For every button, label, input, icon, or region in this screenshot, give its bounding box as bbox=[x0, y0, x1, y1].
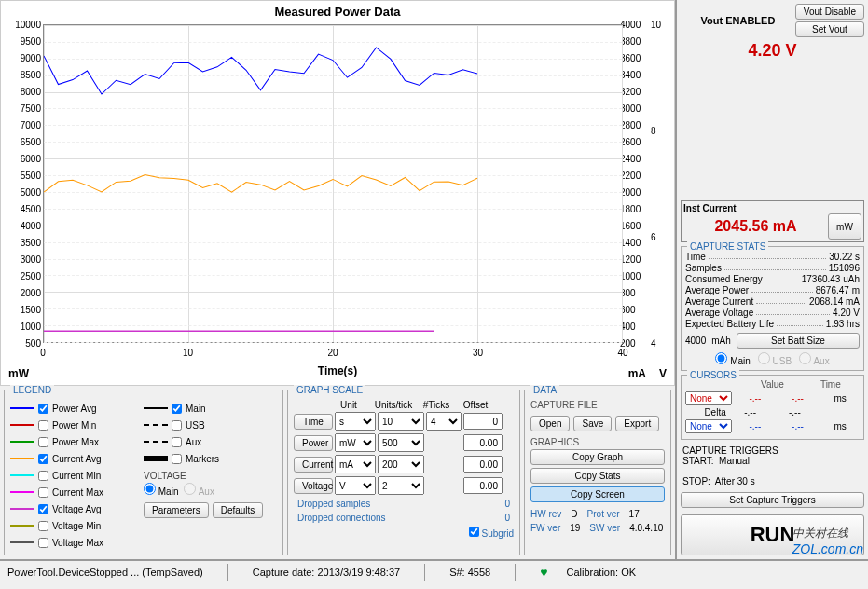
src-aux-radio: Aux bbox=[799, 352, 829, 366]
style-check-0[interactable] bbox=[172, 404, 182, 414]
copy-graph-button[interactable]: Copy Graph bbox=[530, 449, 665, 465]
x-axis-label: Time(s) bbox=[318, 364, 357, 377]
capture-stats-panel: CAPTURE STATS Time30.22 sSamples151096Co… bbox=[681, 246, 864, 371]
scale-unit-0[interactable]: s bbox=[335, 412, 376, 431]
scale-upt-3[interactable]: 2 bbox=[378, 476, 424, 495]
legend-check-8[interactable] bbox=[38, 538, 48, 548]
style-check-3[interactable] bbox=[172, 454, 182, 464]
scale-upt-0[interactable]: 10 bbox=[378, 412, 424, 431]
scale-offset-2[interactable] bbox=[463, 456, 503, 473]
subgrid-checkbox[interactable]: Subgrid bbox=[469, 527, 514, 539]
scale-upt-2[interactable]: 200 bbox=[378, 455, 424, 473]
run-button[interactable]: RUN bbox=[681, 514, 864, 555]
src-main-radio[interactable]: Main bbox=[715, 352, 750, 366]
parameters-button[interactable]: Parameters bbox=[144, 502, 209, 518]
copy-screen-button[interactable]: Copy Screen bbox=[530, 486, 665, 502]
save-button[interactable]: Save bbox=[573, 416, 612, 431]
right-axis2-unit: V bbox=[659, 367, 667, 380]
copy-stats-button[interactable]: Copy Stats bbox=[530, 468, 665, 484]
chart-area: Measured Power Data 50010001500200025003… bbox=[0, 0, 675, 386]
set-triggers-button[interactable]: Set Capture Triggers bbox=[681, 492, 864, 508]
device-status: PowerTool.DeviceStopped ... (TempSaved) bbox=[7, 567, 203, 578]
scale-unit-1[interactable]: mW bbox=[335, 433, 376, 452]
vout-value: 4.20 V bbox=[681, 41, 864, 197]
src-usb-radio: USB bbox=[758, 352, 792, 366]
scale-upt-1[interactable]: 500 bbox=[378, 433, 424, 452]
set-batt-button[interactable]: Set Batt Size bbox=[737, 333, 860, 349]
heart-icon: ♥ bbox=[540, 565, 547, 580]
cursor2-select[interactable]: None bbox=[685, 419, 732, 433]
scale-unit-3[interactable]: V bbox=[335, 476, 376, 495]
export-button[interactable]: Export bbox=[615, 416, 659, 431]
legend-check-4[interactable] bbox=[38, 471, 48, 481]
vout-disable-button[interactable]: Vout Disable bbox=[795, 4, 864, 20]
legend-check-0[interactable] bbox=[38, 404, 48, 414]
inst-current-value: 2045.56 mA bbox=[683, 218, 828, 235]
style-check-1[interactable] bbox=[172, 420, 182, 431]
legend-check-6[interactable] bbox=[38, 504, 48, 514]
vout-status: Vout ENABLED bbox=[681, 15, 795, 26]
voltage-main-radio[interactable]: Main bbox=[144, 483, 178, 497]
open-button[interactable]: Open bbox=[530, 416, 570, 431]
legend-check-1[interactable] bbox=[38, 420, 48, 431]
legend-panel: LEGEND Power Avg Power Min Power Max Cur… bbox=[4, 390, 283, 555]
chart-plot-area bbox=[43, 24, 623, 343]
right-axis1-unit: mA bbox=[628, 367, 646, 380]
left-axis-unit: mW bbox=[8, 367, 29, 380]
serial-number: S#: 4558 bbox=[449, 567, 490, 578]
scale-offset-3[interactable] bbox=[463, 477, 503, 494]
scale-offset-1[interactable] bbox=[463, 434, 503, 451]
legend-check-7[interactable] bbox=[38, 521, 48, 531]
defaults-button[interactable]: Defaults bbox=[213, 502, 264, 518]
cursors-panel: CURSORS ValueTime None -.---.--ms Delta … bbox=[681, 375, 864, 440]
scale-ticks-0[interactable]: 4 bbox=[426, 412, 462, 431]
graph-scale-panel: GRAPH SCALE Unit Units/tick #Ticks Offse… bbox=[287, 390, 520, 555]
voltage-aux-radio[interactable]: Aux bbox=[184, 483, 214, 497]
data-panel: DATA CAPTURE FILE Open Save Export GRAPH… bbox=[524, 390, 671, 555]
scale-unit-2[interactable]: mA bbox=[335, 455, 376, 473]
set-vout-button[interactable]: Set Vout bbox=[795, 21, 864, 37]
legend-check-2[interactable] bbox=[38, 437, 48, 447]
triggers-panel: CAPTURE TRIGGERS START: Manual STOP: Aft… bbox=[681, 444, 864, 488]
status-bar: PowerTool.DeviceStopped ... (TempSaved) … bbox=[0, 559, 868, 583]
calibration-status: Calibration: OK bbox=[566, 567, 636, 578]
scale-offset-0[interactable] bbox=[463, 413, 503, 430]
scale-time-button[interactable]: Time bbox=[294, 414, 333, 430]
legend-check-3[interactable] bbox=[38, 454, 48, 464]
cursor1-select[interactable]: None bbox=[685, 391, 732, 405]
style-check-2[interactable] bbox=[172, 437, 182, 447]
chart-title: Measured Power Data bbox=[1, 1, 674, 22]
legend-check-5[interactable] bbox=[38, 487, 48, 498]
scale-voltage-button[interactable]: Voltage bbox=[294, 478, 333, 494]
capture-date: Capture date: 2013/3/19 9:48:37 bbox=[253, 567, 400, 578]
scale-current-button[interactable]: Current bbox=[294, 457, 333, 473]
mw-button[interactable]: mW bbox=[828, 213, 861, 240]
scale-power-button[interactable]: Power bbox=[294, 435, 333, 451]
